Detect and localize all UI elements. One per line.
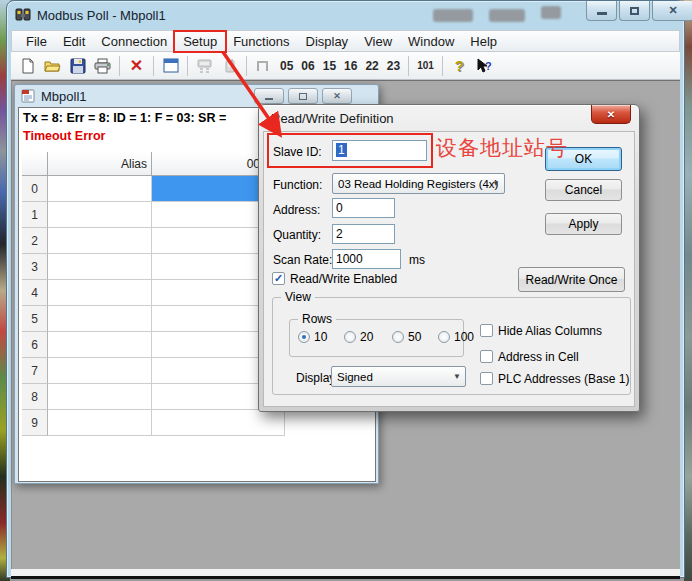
function-05-button[interactable]: 05 bbox=[277, 59, 296, 73]
toolbar: ✕ 05 06 15 16 22 23 101 ? bbox=[11, 52, 680, 80]
address-in-cell-checkbox[interactable] bbox=[480, 350, 493, 363]
function-23-button[interactable]: 23 bbox=[384, 59, 403, 73]
display-dropdown[interactable]: Signed ▼ bbox=[331, 366, 466, 387]
quantity-input[interactable]: 2 bbox=[332, 224, 395, 244]
quantity-label: Quantity: bbox=[273, 228, 321, 242]
rows-group: Rows 10 20 50 100 bbox=[289, 319, 464, 357]
new-file-icon bbox=[20, 58, 36, 74]
pulse-coil-button[interactable] bbox=[252, 54, 275, 77]
maximize-button[interactable] bbox=[619, 1, 650, 21]
chevron-down-icon: ▼ bbox=[453, 372, 461, 381]
setup-definition-button[interactable] bbox=[159, 54, 182, 77]
value-cell[interactable] bbox=[152, 410, 285, 436]
hide-alias-checkbox[interactable] bbox=[480, 324, 493, 337]
alias-cell[interactable] bbox=[48, 202, 152, 228]
help-button[interactable]: ? bbox=[448, 54, 471, 77]
row-header[interactable]: 7 bbox=[22, 358, 48, 384]
row-header[interactable]: 2 bbox=[22, 228, 48, 254]
minimize-button[interactable] bbox=[586, 1, 617, 21]
menu-edit[interactable]: Edit bbox=[55, 32, 93, 51]
communication-traffic-button[interactable] bbox=[193, 54, 216, 77]
address-input[interactable]: 0 bbox=[332, 198, 395, 218]
child-restore-button[interactable] bbox=[288, 88, 318, 104]
redacted-text-blur bbox=[489, 9, 525, 22]
close-icon: ✕ bbox=[668, 5, 677, 16]
row-header[interactable]: 4 bbox=[22, 280, 48, 306]
grid-row: 6 bbox=[22, 332, 286, 358]
menu-functions[interactable]: Functions bbox=[225, 32, 297, 51]
function-16-button[interactable]: 16 bbox=[341, 59, 360, 73]
grid-row: 7 bbox=[22, 358, 286, 384]
rw-enabled-checkbox[interactable]: ✓ bbox=[272, 272, 285, 285]
read-write-once-button[interactable]: Read/Write Once bbox=[518, 267, 625, 292]
alias-cell[interactable] bbox=[48, 280, 152, 306]
function-15-button[interactable]: 15 bbox=[320, 59, 339, 73]
view-group: View Rows 10 20 50 100 Hide Alias Column… bbox=[272, 297, 631, 395]
alias-column-header[interactable]: Alias bbox=[48, 152, 152, 176]
row-header[interactable]: 9 bbox=[22, 410, 48, 436]
grid-row: 3 bbox=[22, 254, 286, 280]
row-header[interactable]: 8 bbox=[22, 384, 48, 410]
child-restore-icon bbox=[299, 93, 307, 100]
cancel-button[interactable]: Cancel bbox=[545, 179, 622, 201]
corner-header-cell[interactable] bbox=[22, 152, 48, 176]
child-close-button[interactable]: ✕ bbox=[322, 88, 352, 104]
row-header[interactable]: 3 bbox=[22, 254, 48, 280]
menu-file[interactable]: File bbox=[18, 32, 55, 51]
alias-cell[interactable] bbox=[48, 176, 152, 202]
scan-rate-input[interactable]: 1000 bbox=[332, 249, 401, 269]
menu-display[interactable]: Display bbox=[298, 32, 357, 51]
row-header[interactable]: 1 bbox=[22, 202, 48, 228]
timeout-error-text: Timeout Error bbox=[23, 129, 105, 143]
function-06-button[interactable]: 06 bbox=[298, 59, 317, 73]
alias-cell[interactable] bbox=[48, 358, 152, 384]
maximize-icon bbox=[630, 7, 639, 15]
scan-rate-value: 1000 bbox=[336, 252, 363, 266]
menu-setup[interactable]: Setup bbox=[175, 32, 225, 51]
child-minimize-button[interactable] bbox=[254, 88, 284, 104]
alias-cell[interactable] bbox=[48, 332, 152, 358]
annotation-chinese-text: 设备地址站号 bbox=[436, 134, 568, 162]
row-header[interactable]: 6 bbox=[22, 332, 48, 358]
menu-view[interactable]: View bbox=[356, 32, 400, 51]
rows-20-radio[interactable] bbox=[344, 331, 356, 343]
context-help-button[interactable]: ? bbox=[473, 54, 496, 77]
quantity-value: 2 bbox=[336, 227, 343, 241]
window-controls: ✕ bbox=[586, 1, 692, 21]
menu-help[interactable]: Help bbox=[462, 32, 505, 51]
row-header[interactable]: 0 bbox=[22, 176, 48, 202]
rows-100-radio[interactable] bbox=[438, 331, 450, 343]
rows-20-label: 20 bbox=[360, 330, 373, 344]
menu-window[interactable]: Window bbox=[400, 32, 462, 51]
print-button[interactable] bbox=[91, 54, 114, 77]
alias-cell[interactable] bbox=[48, 306, 152, 332]
menu-connection[interactable]: Connection bbox=[93, 32, 175, 51]
delete-button[interactable]: ✕ bbox=[125, 54, 148, 77]
function-value: 03 Read Holding Registers (4x) bbox=[338, 178, 498, 190]
grid-header-row: Alias 00000 bbox=[22, 152, 286, 176]
test-center-button[interactable] bbox=[218, 54, 241, 77]
grid-row: 1 0 bbox=[22, 202, 286, 228]
apply-button[interactable]: Apply bbox=[545, 213, 622, 235]
alias-cell[interactable] bbox=[48, 228, 152, 254]
context-help-icon: ? bbox=[475, 58, 493, 74]
rows-10-label: 10 bbox=[314, 330, 327, 344]
function-22-button[interactable]: 22 bbox=[362, 59, 381, 73]
close-button[interactable]: ✕ bbox=[652, 1, 692, 21]
alias-cell[interactable] bbox=[48, 410, 152, 436]
plc-addresses-checkbox[interactable] bbox=[480, 372, 493, 385]
open-folder-icon bbox=[44, 58, 61, 74]
row-header[interactable]: 5 bbox=[22, 306, 48, 332]
save-button[interactable] bbox=[66, 54, 89, 77]
open-file-button[interactable] bbox=[41, 54, 64, 77]
rows-10-radio[interactable] bbox=[298, 331, 310, 343]
rows-50-radio[interactable] bbox=[392, 331, 404, 343]
function-dropdown[interactable]: 03 Read Holding Registers (4x) ▼ bbox=[332, 173, 505, 194]
dialog-close-button[interactable]: ✕ bbox=[591, 105, 631, 124]
alias-cell[interactable] bbox=[48, 384, 152, 410]
new-file-button[interactable] bbox=[16, 54, 39, 77]
dialog-title: Read/Write Definition bbox=[271, 111, 394, 126]
alias-cell[interactable] bbox=[48, 254, 152, 280]
function-101-button[interactable]: 101 bbox=[414, 60, 437, 71]
redacted-text-blur bbox=[433, 9, 473, 22]
